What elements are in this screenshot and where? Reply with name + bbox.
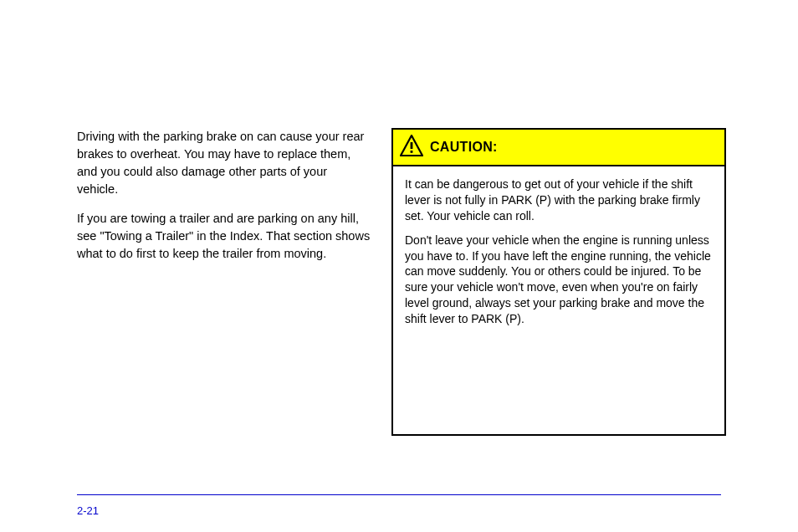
caution-paragraph-2: Don't leave your vehicle when the engine… (405, 233, 713, 327)
caution-paragraph-1: It can be dangerous to get out of your v… (405, 176, 713, 224)
caution-header: CAUTION: (393, 130, 724, 166)
caution-title: CAUTION: (430, 140, 498, 155)
left-paragraph-2: If you are towing a trailer and are park… (77, 210, 371, 263)
page-number-left: 2-21 (77, 504, 99, 517)
warning-triangle-icon (400, 135, 423, 160)
page-footer: 2-21 (77, 504, 721, 517)
footer-rule (77, 494, 721, 495)
left-column-text: Driving with the parking brake on can ca… (77, 128, 371, 263)
svg-rect-2 (411, 151, 413, 153)
svg-rect-1 (411, 142, 413, 149)
caution-body: It can be dangerous to get out of your v… (393, 166, 724, 337)
manual-page: Driving with the parking brake on can ca… (0, 0, 798, 532)
left-paragraph-1: Driving with the parking brake on can ca… (77, 128, 371, 198)
caution-box: CAUTION: It can be dangerous to get out … (391, 128, 726, 436)
